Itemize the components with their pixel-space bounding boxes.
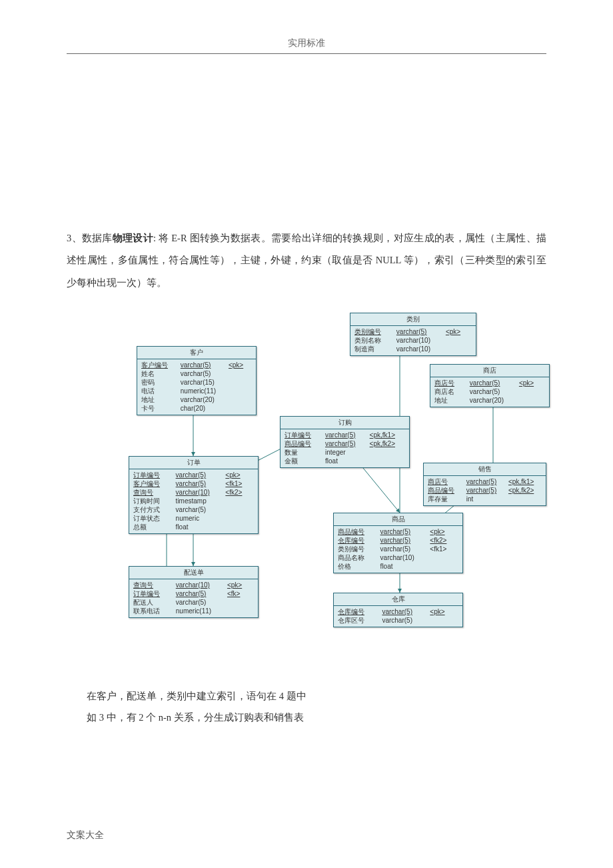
entity-customer: 客户 客户编号varchar(5)<pk>姓名varchar(5)密码varch… — [137, 346, 257, 415]
entity-title: 订单 — [129, 457, 258, 469]
col-type: varchar(10) — [176, 488, 222, 497]
col-type: integer — [325, 448, 366, 457]
col-name: 库存量 — [428, 495, 462, 503]
col-name: 制造商 — [354, 345, 392, 353]
entity-title: 商品 — [334, 513, 462, 526]
col-name: 类别编号 — [354, 327, 392, 336]
col-key: <pk,fk2> — [508, 486, 542, 495]
col-name: 商店号 — [434, 379, 466, 387]
col-key — [225, 497, 254, 505]
col-key — [225, 523, 254, 531]
col-name: 客户编号 — [133, 479, 172, 488]
entity-rows: 商店号varchar(5)<pk,fk1>商品编号varchar(5)<pk,f… — [424, 476, 546, 505]
col-key: <fk1> — [430, 545, 458, 553]
col-name: 价格 — [338, 562, 376, 571]
entity-title: 类别 — [350, 313, 476, 326]
col-name: 类别编号 — [338, 545, 376, 553]
col-name: 商品编号 — [428, 486, 462, 495]
col-type: varchar(5) — [380, 545, 426, 553]
col-name: 订单编号 — [285, 431, 321, 439]
col-key: <pk> — [519, 379, 545, 387]
col-key: <fk2> — [225, 488, 254, 497]
col-key — [519, 396, 545, 405]
col-type: varchar(5) — [325, 439, 366, 448]
entity-title: 销售 — [424, 463, 546, 476]
col-name: 类别名称 — [354, 336, 392, 345]
col-key — [370, 457, 405, 465]
col-key: <pk,fk1> — [508, 477, 542, 486]
col-type: numeric(11) — [176, 607, 223, 615]
col-name: 配送人 — [133, 598, 172, 607]
col-key: <pk> — [229, 361, 252, 369]
col-key: <pk> — [430, 527, 458, 536]
col-key: <pk> — [430, 607, 458, 616]
col-type: char(20) — [181, 404, 225, 413]
col-key: <pk,fk1> — [370, 431, 405, 439]
col-name: 金额 — [285, 457, 321, 465]
header-rule — [67, 53, 546, 54]
entity-category: 类别 类别编号varchar(5)<pk>类别名称varchar(10)制造商v… — [350, 313, 476, 356]
col-name: 订单编号 — [133, 471, 172, 479]
entity-rows: 仓库编号varchar(5)<pk>仓库区号varchar(5) — [334, 606, 462, 627]
col-key: <fk1> — [225, 479, 254, 488]
col-type: int — [466, 495, 504, 503]
entity-title: 商店 — [430, 365, 549, 377]
col-type: varchar(5) — [380, 536, 426, 545]
heading-prefix: 3、数据库 — [67, 233, 113, 243]
col-type: varchar(5) — [470, 379, 515, 387]
col-name: 仓库编号 — [338, 607, 378, 616]
page-footer: 文案大全 — [67, 829, 104, 841]
col-name: 地址 — [434, 396, 466, 405]
col-name: 商店号 — [428, 477, 462, 486]
col-type: varchar(5) — [380, 527, 426, 536]
col-key — [370, 448, 405, 457]
col-name: 商品名称 — [338, 553, 376, 562]
col-type: varchar(5) — [466, 486, 504, 495]
svg-line-3 — [360, 464, 400, 513]
col-key: <fk> — [227, 589, 254, 598]
entity-warehouse: 仓库 仓库编号varchar(5)<pk>仓库区号varchar(5) — [333, 593, 463, 627]
col-name: 商品编号 — [285, 439, 321, 448]
col-type: varchar(5) — [176, 589, 223, 598]
col-type: varchar(20) — [470, 396, 515, 405]
col-type: varchar(5) — [466, 477, 504, 486]
notes-block: 在客户，配送单，类别中建立索引，语句在 4 题中 如 3 中，有 2 个 n-n… — [67, 686, 546, 729]
col-name: 数量 — [285, 448, 321, 457]
entity-rows: 查询号varchar(10)<pk>订单编号varchar(5)<fk>配送人v… — [129, 579, 258, 617]
er-diagram: 类别 类别编号varchar(5)<pk>类别名称varchar(10)制造商v… — [67, 313, 546, 646]
col-name: 支付方式 — [133, 505, 172, 514]
col-name: 客户编号 — [141, 361, 177, 369]
col-type: float — [325, 457, 366, 465]
col-key: <fk2> — [430, 536, 458, 545]
col-key — [430, 616, 458, 625]
col-type: varchar(5) — [176, 505, 222, 514]
col-name: 密码 — [141, 378, 177, 387]
col-key — [430, 553, 458, 562]
col-name: 姓名 — [141, 369, 177, 378]
col-key — [229, 395, 252, 404]
col-key — [519, 387, 545, 396]
col-key — [508, 495, 542, 503]
col-key — [227, 607, 254, 615]
col-name: 订购时间 — [133, 497, 172, 505]
col-key: <pk> — [227, 581, 254, 589]
col-type: numeric — [176, 514, 222, 523]
col-name: 总额 — [133, 523, 172, 531]
col-key: <pk,fk2> — [370, 439, 405, 448]
col-name: 查询号 — [133, 581, 172, 589]
entity-title: 配送单 — [129, 567, 258, 579]
col-type: varchar(10) — [176, 581, 223, 589]
col-type: varchar(5) — [382, 607, 426, 616]
entity-rows: 类别编号varchar(5)<pk>类别名称varchar(10)制造商varc… — [350, 326, 476, 355]
col-key — [229, 378, 252, 387]
col-type: varchar(15) — [181, 378, 225, 387]
entity-title: 客户 — [137, 347, 256, 359]
col-name: 商品编号 — [338, 527, 376, 536]
note-line-1: 在客户，配送单，类别中建立索引，语句在 4 题中 — [87, 686, 546, 707]
col-type: varchar(5) — [396, 327, 442, 336]
col-name: 查询号 — [133, 488, 172, 497]
col-name: 商店名 — [434, 387, 466, 396]
entity-buy: 订购 订单编号varchar(5)<pk,fk1>商品编号varchar(5)<… — [280, 416, 410, 468]
entity-rows: 商品编号varchar(5)<pk>仓库编号varchar(5)<fk2>类别编… — [334, 526, 462, 573]
col-key — [227, 598, 254, 607]
